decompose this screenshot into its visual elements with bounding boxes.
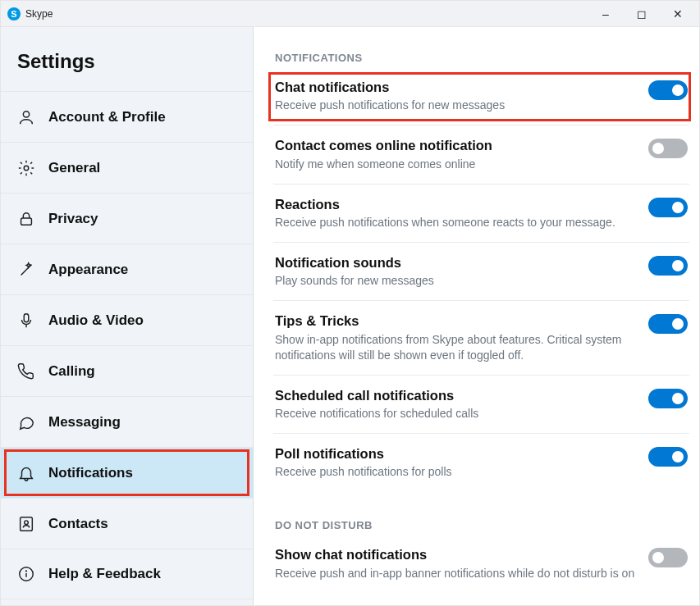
sidebar-item-messaging[interactable]: Messaging (1, 396, 253, 447)
maximize-icon[interactable]: ◻ (634, 7, 650, 21)
info-icon (17, 565, 35, 583)
toggle-reactions[interactable] (648, 198, 688, 217)
setting-title: Contact comes online notification (275, 137, 638, 154)
sidebar-item-appearance[interactable]: Appearance (1, 244, 253, 294)
sidebar-item-label: Calling (48, 363, 95, 380)
close-icon[interactable]: ✕ (670, 7, 686, 21)
sidebar-item-label: General (48, 160, 100, 176)
toggle-dnd-chat-notifications[interactable] (648, 548, 688, 567)
wand-icon (17, 261, 35, 279)
sidebar-item-label: Notifications (48, 465, 133, 481)
setting-reactions: Reactions Receive push notifications whe… (273, 185, 689, 243)
setting-title: Reactions (275, 196, 638, 213)
sidebar-item-label: Audio & Video (48, 312, 144, 329)
sidebar-item-account[interactable]: Account & Profile (1, 91, 253, 142)
settings-sidebar: Settings Account & Profile General Priva… (1, 27, 254, 606)
sidebar-item-audio-video[interactable]: Audio & Video (1, 294, 253, 345)
sidebar-item-label: Account & Profile (48, 109, 166, 125)
sidebar-item-notifications[interactable]: Notifications (1, 447, 253, 498)
toggle-scheduled-calls[interactable] (648, 389, 688, 408)
setting-title: Tips & Tricks (275, 312, 638, 330)
settings-content: NOTIFICATIONS Chat notifications Receive… (254, 27, 699, 606)
setting-title: Notification sounds (275, 254, 638, 271)
setting-desc: Show in-app notifications from Skype abo… (275, 332, 638, 363)
setting-title: Show chat notifications (275, 546, 638, 563)
sidebar-item-contacts[interactable]: Contacts (1, 498, 253, 549)
setting-desc: Notify me when someone comes online (275, 157, 638, 172)
microphone-icon (17, 312, 35, 330)
setting-title: Poll notifications (275, 445, 638, 462)
setting-desc: Receive push notifications for polls (275, 464, 638, 480)
setting-polls: Poll notifications Receive push notifica… (273, 434, 689, 491)
svg-point-0 (23, 111, 29, 116)
svg-rect-2 (21, 218, 32, 225)
svg-rect-3 (24, 313, 29, 321)
sidebar-item-label: Messaging (48, 414, 121, 431)
sidebar-title: Settings (1, 27, 253, 91)
setting-chat-notifications: Chat notifications Receive push notifica… (273, 67, 689, 125)
sidebar-item-label: Help & Feedback (48, 566, 161, 582)
section-head-notifications: NOTIFICATIONS (273, 52, 689, 64)
app-name: Skype (25, 8, 53, 20)
svg-point-8 (26, 571, 27, 572)
sidebar-item-label: Contacts (48, 516, 108, 532)
title-bar: S Skype – ◻ ✕ (1, 1, 699, 27)
svg-point-5 (25, 520, 29, 524)
setting-desc: Receive push and in-app banner notificat… (275, 566, 638, 581)
setting-tips: Tips & Tricks Show in-app notifications … (273, 301, 689, 375)
toggle-chat-notifications[interactable] (648, 80, 688, 100)
bell-icon (17, 464, 35, 482)
setting-scheduled-calls: Scheduled call notifications Receive not… (273, 376, 689, 434)
setting-title: Scheduled call notifications (275, 387, 638, 404)
setting-desc: Play sounds for new messages (275, 273, 638, 289)
sidebar-item-label: Appearance (48, 262, 128, 278)
svg-point-1 (24, 166, 29, 171)
section-head-dnd: DO NOT DISTURB (273, 519, 689, 531)
toggle-contact-online[interactable] (648, 139, 688, 158)
setting-desc: Receive notifications for scheduled call… (275, 406, 638, 421)
sidebar-item-general[interactable]: General (1, 142, 253, 193)
skype-icon-letter: S (11, 9, 16, 19)
setting-dnd-chat-notifications: Show chat notifications Receive push and… (273, 535, 689, 592)
setting-title: Chat notifications (275, 79, 638, 96)
sidebar-item-help[interactable]: Help & Feedback (1, 549, 253, 599)
setting-desc: Receive push notifications for new messa… (275, 98, 638, 113)
sidebar-item-calling[interactable]: Calling (1, 345, 253, 396)
lock-icon (17, 210, 35, 228)
toggle-tips[interactable] (648, 314, 688, 334)
chat-icon (17, 413, 35, 431)
person-icon (17, 108, 35, 126)
sidebar-item-privacy[interactable]: Privacy (1, 193, 253, 244)
setting-sounds: Notification sounds Play sounds for new … (273, 243, 689, 301)
gear-icon (17, 159, 35, 177)
phone-icon (17, 362, 35, 380)
skype-icon: S (7, 7, 21, 21)
setting-desc: Receive push notifications when someone … (275, 215, 638, 230)
toggle-polls[interactable] (648, 447, 688, 467)
setting-contact-online: Contact comes online notification Notify… (273, 125, 689, 184)
toggle-sounds[interactable] (648, 256, 688, 276)
contacts-icon (17, 515, 35, 533)
minimize-icon[interactable]: – (597, 7, 614, 21)
sidebar-item-label: Privacy (48, 211, 98, 227)
window-controls: – ◻ ✕ (597, 7, 693, 21)
